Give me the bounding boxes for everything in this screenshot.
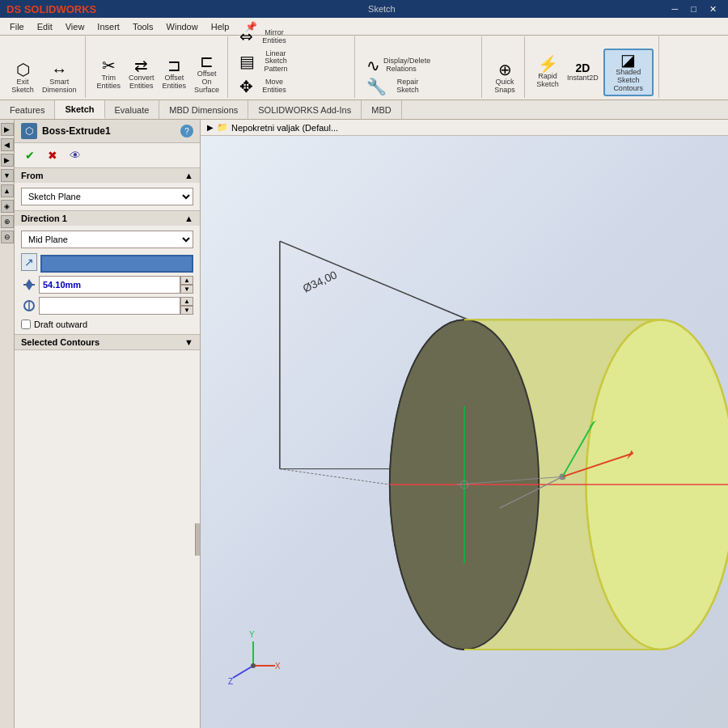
menu-edit[interactable]: Edit <box>31 20 59 33</box>
display-label: Display/Delete Relations <box>383 57 419 74</box>
second-input-row: ▲ ▼ <box>21 297 193 315</box>
second-value-input[interactable] <box>39 297 180 315</box>
svg-text:Ø34,00: Ø34,00 <box>301 269 339 295</box>
viewport[interactable]: ▶ 📁 Nepokretni valjak (Defaul... Ø34,00 <box>201 120 728 728</box>
selected-contours-header[interactable]: Selected Contours ▼ <box>15 335 200 349</box>
repair-label: Repair Sketch <box>390 78 425 95</box>
draft-outward-checkbox[interactable] <box>21 320 31 329</box>
second-decrement-button[interactable]: ▼ <box>180 306 193 315</box>
trim-icon: ✂ <box>102 57 116 74</box>
strip-btn-8[interactable]: ⊖ <box>1 231 14 243</box>
tab-sketch[interactable]: Sketch <box>55 100 104 119</box>
smart-dimension-label: SmartDimension <box>42 78 77 95</box>
instant2d-icon: 2D <box>575 62 590 74</box>
move-entities-button[interactable]: ✥ Move Entities <box>236 76 325 96</box>
strip-btn-5[interactable]: ▲ <box>1 184 14 197</box>
display-relations-button[interactable]: ∿ Display/Delete Relations <box>363 55 476 75</box>
tree-expand-icon[interactable]: ▶ <box>207 123 214 132</box>
linear-sketch-button[interactable]: ▤ Linear Sketch Pattern <box>236 48 349 76</box>
selected-contours-collapse-icon: ▼ <box>184 337 193 347</box>
strip-btn-1[interactable]: ▶ <box>1 123 14 136</box>
strip-btn-4[interactable]: ▼ <box>1 169 14 182</box>
menu-tools[interactable]: Tools <box>126 20 160 33</box>
tab-evaluate[interactable]: Evaluate <box>105 100 160 119</box>
instant2d-button[interactable]: 2D Instant2D <box>564 61 602 84</box>
menu-insert[interactable]: Insert <box>91 20 126 33</box>
rapid-icon: ⚡ <box>538 56 558 72</box>
boss-extrude-icon: ⬡ <box>21 123 37 139</box>
shaded-icon: ◪ <box>620 52 636 68</box>
action-buttons: ✔ ✖ 👁 <box>15 143 200 168</box>
tree-folder-icon: 📁 <box>217 122 228 133</box>
panel-resize-handle[interactable] <box>195 523 200 556</box>
menu-view[interactable]: View <box>59 20 91 33</box>
svg-point-36 <box>251 663 256 668</box>
strip-btn-6[interactable]: ◈ <box>1 200 14 213</box>
offset-label: OffsetEntities <box>163 74 187 91</box>
exit-sketch-label: ExitSketch <box>11 78 34 95</box>
snaps-label: QuickSnaps <box>494 78 515 95</box>
second-increment-button[interactable]: ▲ <box>180 297 193 306</box>
cancel-button[interactable]: ✖ <box>44 146 61 164</box>
depth-increment-button[interactable]: ▲ <box>180 276 193 285</box>
offset-surface-icon: ⊏ <box>200 53 214 70</box>
offset-entities-button[interactable]: ⊐ OffsetEntities <box>159 56 190 92</box>
depth-value-input[interactable] <box>39 276 180 294</box>
panel-title: Boss-Extrude1 <box>42 125 176 137</box>
move-label: Move Entities <box>256 78 292 95</box>
rapid-label: RapidSketch <box>536 73 559 89</box>
second-spinner: ▲ ▼ <box>180 297 193 315</box>
depth-input-row: ▲ ▼ <box>21 276 193 294</box>
shaded-label: Shaded Sketch Contours <box>608 69 649 93</box>
trim-entities-button[interactable]: ✂ TrimEntities <box>94 56 125 92</box>
linear-icon: ▤ <box>239 53 255 70</box>
svg-marker-1 <box>26 279 32 284</box>
mirror-entities-button[interactable]: ⇔ Mirror Entities <box>236 27 333 47</box>
mirror-icon: ⇔ <box>239 28 253 44</box>
smart-dimension-button[interactable]: ↔ SmartDimension <box>39 60 80 96</box>
strip-btn-2[interactable]: ◀ <box>1 138 14 151</box>
close-btn[interactable]: ✕ <box>705 4 722 15</box>
direction-arrow-button[interactable]: ↗ <box>21 253 37 271</box>
confirm-button[interactable]: ✔ <box>21 146 39 164</box>
exit-sketch-button[interactable]: ⬡ ExitSketch <box>8 60 37 96</box>
direction1-label: Direction 1 <box>21 214 67 223</box>
tab-mbd[interactable]: MBD <box>362 100 401 119</box>
quick-snaps-button[interactable]: ⊕ QuickSnaps <box>490 60 519 96</box>
svg-text:Y: Y <box>249 630 255 639</box>
repair-icon: 🔧 <box>366 78 387 95</box>
tab-addins[interactable]: SOLIDWORKS Add-Ins <box>248 100 362 119</box>
minimize-btn[interactable]: ─ <box>667 4 684 15</box>
strip-btn-7[interactable]: ⊕ <box>1 215 14 228</box>
tab-features[interactable]: Features <box>0 100 55 119</box>
tab-mbd-dimensions[interactable]: MBD Dimensions <box>159 100 248 119</box>
depth-decrement-button[interactable]: ▼ <box>180 285 193 294</box>
rapid-sketch-button[interactable]: ⚡ RapidSketch <box>533 54 562 91</box>
property-panel: ⬡ Boss-Extrude1 ? ✔ ✖ 👁 From ▲ Sketch Pl… <box>15 120 201 728</box>
menu-window[interactable]: Window <box>160 20 205 33</box>
preview-button[interactable]: 👁 <box>66 146 84 164</box>
menu-help[interactable]: Help <box>205 20 236 33</box>
from-section-header[interactable]: From ▲ <box>15 168 200 183</box>
offset-surface-button[interactable]: ⊏ OffsetOnSurface <box>191 52 222 96</box>
direction1-collapse-icon: ▲ <box>184 214 193 223</box>
panel-header: ⬡ Boss-Extrude1 ? <box>15 120 200 143</box>
menu-file[interactable]: File <box>3 20 31 33</box>
window-title: Sketch <box>368 4 396 14</box>
depth-icon <box>21 277 37 293</box>
repair-sketch-button[interactable]: 🔧 Repair Sketch <box>363 76 444 96</box>
convert-icon: ⇄ <box>134 57 148 74</box>
strip-btn-3[interactable]: ▶ <box>1 154 14 167</box>
direction1-header[interactable]: Direction 1 ▲ <box>15 211 200 226</box>
svg-line-30 <box>233 666 253 678</box>
toolbar-group-sketch-actions: ⬡ ExitSketch ↔ SmartDimension <box>3 36 86 98</box>
shaded-sketch-button[interactable]: ◪ Shaded Sketch Contours <box>603 49 654 96</box>
maximize-btn[interactable]: □ <box>686 4 701 15</box>
help-button[interactable]: ? <box>180 125 193 138</box>
from-select[interactable]: Sketch Plane Surface/Face/Plane Vertex O… <box>21 188 193 205</box>
toolbar-group-relations: ∿ Display/Delete Relations 🔧 Repair Sket… <box>358 36 482 98</box>
direction1-select[interactable]: Mid Plane Blind Through All Up To Vertex… <box>21 231 193 248</box>
direction-selection-box[interactable] <box>40 255 193 273</box>
convert-entities-button[interactable]: ⇄ ConvertEntities <box>125 56 158 92</box>
smart-dimension-icon: ↔ <box>51 61 67 78</box>
